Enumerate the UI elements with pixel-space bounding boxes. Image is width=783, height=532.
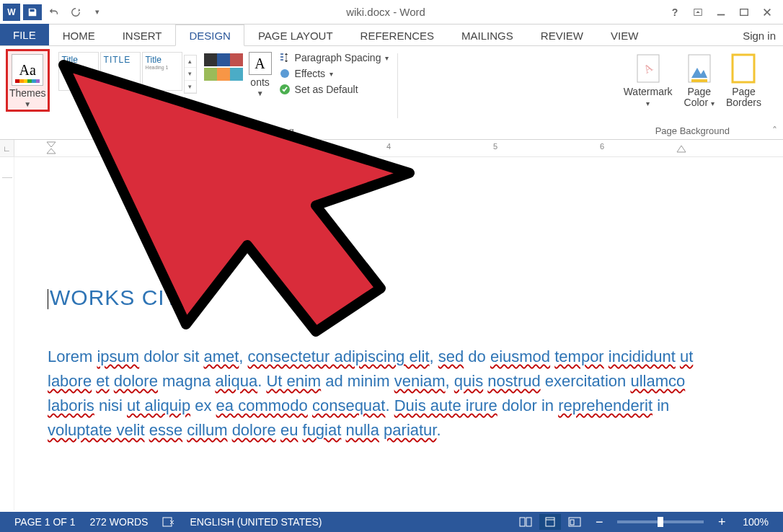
gallery-more-icon[interactable]: ▾ bbox=[185, 81, 196, 93]
style-thumb[interactable]: TITLE bbox=[100, 52, 141, 91]
svg-rect-8 bbox=[691, 79, 707, 82]
tab-insert[interactable]: INSERT bbox=[109, 24, 176, 45]
word-logo-icon: W bbox=[3, 4, 20, 21]
maximize-button[interactable] bbox=[734, 4, 754, 21]
tab-page-layout[interactable]: PAGE LAYOUT bbox=[244, 24, 347, 45]
read-mode-button[interactable] bbox=[515, 514, 536, 530]
page-borders-icon bbox=[729, 52, 758, 85]
document-formatting-group: TitleHeading 1 TITLE TitleHeading 1 ▴▾▾ … bbox=[54, 49, 398, 139]
document-area: WORKS CITED Lorem ipsum dolor sit amet, … bbox=[0, 157, 783, 510]
group-label-partial: g bbox=[58, 125, 394, 136]
watermark-button[interactable]: A Watermark▾ bbox=[621, 50, 676, 110]
undo-button[interactable] bbox=[45, 3, 63, 22]
style-thumb[interactable]: TitleHeading 1 bbox=[58, 52, 99, 91]
svg-rect-1 bbox=[717, 14, 725, 15]
colors-button[interactable] bbox=[204, 49, 244, 97]
watermark-icon: A bbox=[634, 52, 663, 85]
style-set-gallery[interactable]: TitleHeading 1 TITLE TitleHeading 1 ▴▾▾ bbox=[58, 49, 197, 94]
fonts-dropdown-icon: ▼ bbox=[257, 89, 264, 97]
svg-rect-16 bbox=[570, 520, 574, 525]
window-controls: ? bbox=[665, 4, 783, 21]
zoom-in-button[interactable]: + bbox=[711, 514, 733, 530]
word-count[interactable]: 272 WORDS bbox=[83, 516, 156, 528]
ruler-mark: 6 bbox=[600, 142, 604, 151]
themes-button[interactable]: Aa Themes ▼ bbox=[6, 49, 50, 112]
themes-icon-text: Aa bbox=[19, 62, 36, 79]
chevron-down-icon: ▾ bbox=[711, 99, 715, 107]
tab-selector[interactable]: ∟ bbox=[0, 140, 14, 156]
qat-customize-button[interactable]: ▾ bbox=[88, 3, 107, 22]
page-count[interactable]: PAGE 1 OF 1 bbox=[7, 516, 83, 528]
tab-review[interactable]: REVIEW bbox=[527, 24, 597, 45]
document-page[interactable]: WORKS CITED Lorem ipsum dolor sit amet, … bbox=[14, 157, 783, 510]
ribbon: Aa Themes ▼ TitleHeading 1 TITLE TitleHe… bbox=[0, 46, 783, 140]
tab-design[interactable]: DESIGN bbox=[175, 25, 244, 46]
proofing-button[interactable] bbox=[155, 516, 182, 528]
zoom-level[interactable]: 100% bbox=[735, 516, 776, 528]
close-button[interactable] bbox=[757, 4, 777, 21]
window-title: wiki.docx - Word bbox=[107, 6, 665, 18]
themes-label: Themes bbox=[9, 87, 46, 99]
web-layout-button[interactable] bbox=[564, 514, 585, 530]
right-indent-marker-icon[interactable] bbox=[676, 144, 686, 153]
svg-rect-2 bbox=[740, 9, 748, 15]
horizontal-ruler: ∟ 3 4 5 6 bbox=[0, 140, 783, 157]
set-as-default-button[interactable]: Set as Default bbox=[279, 84, 389, 95]
scroll-up-icon[interactable]: ▴ bbox=[185, 56, 196, 68]
document-heading[interactable]: WORKS CITED bbox=[48, 285, 774, 310]
fonts-button[interactable]: A onts ▼ bbox=[249, 52, 272, 97]
themes-group: Aa Themes ▼ bbox=[0, 49, 54, 139]
vertical-ruler bbox=[0, 157, 14, 510]
svg-rect-7 bbox=[689, 55, 710, 82]
paragraph-spacing-button[interactable]: Paragraph Spacing ▾ bbox=[279, 52, 389, 63]
svg-point-3 bbox=[280, 69, 289, 78]
tab-references[interactable]: REFERENCES bbox=[347, 24, 448, 45]
page-background-label: Page Background bbox=[616, 125, 769, 136]
ruler-scale[interactable]: 3 4 5 6 bbox=[14, 140, 783, 156]
svg-rect-9 bbox=[733, 55, 754, 82]
svg-rect-12 bbox=[526, 518, 531, 526]
collapse-ribbon-button[interactable]: ˄ bbox=[772, 125, 777, 136]
tab-home[interactable]: HOME bbox=[49, 24, 109, 45]
title-bar: W ▾ wiki.docx - Word ? bbox=[0, 0, 783, 25]
tab-mailings[interactable]: MAILINGS bbox=[448, 24, 527, 45]
scroll-down-icon[interactable]: ▾ bbox=[185, 68, 196, 80]
page-background-group: A Watermark▾ Page Color ▾ Page Borders P… bbox=[612, 49, 783, 139]
page-color-button[interactable]: Page Color ▾ bbox=[681, 50, 717, 110]
sign-in-link[interactable]: Sign in bbox=[735, 26, 783, 45]
fonts-label: onts bbox=[250, 76, 269, 88]
chevron-down-icon: ▾ bbox=[646, 99, 650, 107]
effects-button[interactable]: Effects ▾ bbox=[279, 68, 389, 79]
themes-icon: Aa bbox=[12, 54, 43, 86]
colors-icon bbox=[204, 53, 244, 82]
language-button[interactable]: ENGLISH (UNITED STATES) bbox=[182, 516, 329, 528]
file-tab[interactable]: FILE bbox=[0, 24, 49, 45]
minimize-button[interactable] bbox=[711, 4, 731, 21]
text-cursor bbox=[48, 289, 48, 309]
page-borders-button[interactable]: Page Borders bbox=[723, 50, 764, 110]
ribbon-tabs: FILE HOME INSERT DESIGN PAGE LAYOUT REFE… bbox=[0, 25, 783, 46]
chevron-down-icon: ▾ bbox=[329, 70, 333, 78]
ruler-mark: 3 bbox=[280, 142, 284, 151]
help-button[interactable]: ? bbox=[665, 4, 685, 21]
ribbon-display-options-button[interactable] bbox=[688, 4, 708, 21]
redo-button[interactable] bbox=[66, 3, 85, 22]
tab-view[interactable]: VIEW bbox=[597, 24, 652, 45]
fonts-icon: A bbox=[249, 52, 272, 75]
doc-formatting-options: Paragraph Spacing ▾ Effects ▾ Set as Def… bbox=[275, 49, 394, 98]
print-layout-button[interactable] bbox=[539, 514, 561, 530]
document-body[interactable]: Lorem ipsum dolor sit amet, consectetur … bbox=[48, 345, 733, 443]
style-thumb[interactable]: TitleHeading 1 bbox=[142, 52, 182, 91]
chevron-down-icon: ▾ bbox=[385, 54, 389, 62]
zoom-thumb[interactable] bbox=[658, 517, 663, 527]
gallery-scroll[interactable]: ▴▾▾ bbox=[184, 55, 197, 94]
indent-marker-icon[interactable] bbox=[46, 141, 56, 154]
zoom-out-button[interactable]: − bbox=[588, 514, 610, 530]
svg-rect-13 bbox=[546, 518, 554, 526]
ruler-mark: 5 bbox=[493, 142, 497, 151]
save-button[interactable] bbox=[23, 4, 42, 20]
separator bbox=[397, 53, 398, 118]
ruler-mark: 4 bbox=[386, 142, 391, 151]
zoom-slider[interactable] bbox=[617, 520, 704, 523]
svg-rect-11 bbox=[520, 518, 525, 526]
